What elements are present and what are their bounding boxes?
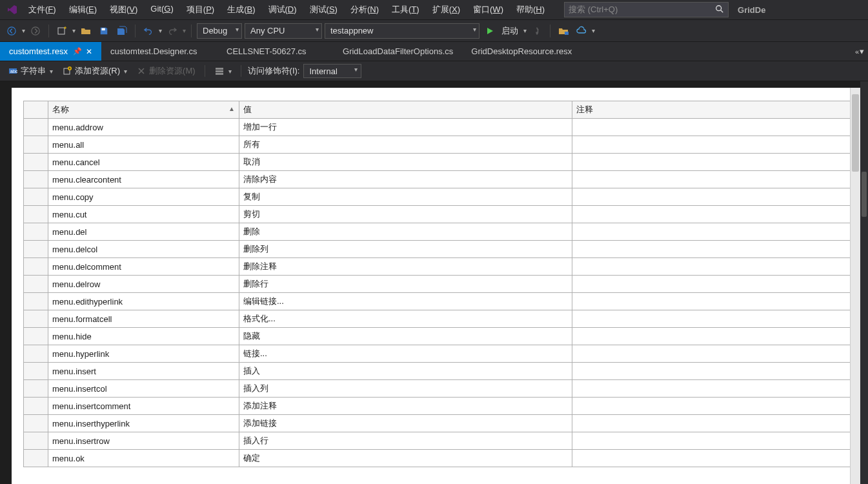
- hot-reload-icon[interactable]: [529, 23, 545, 39]
- nav-forward-button[interactable]: [28, 23, 43, 39]
- table-row[interactable]: menu.ok确定: [24, 450, 851, 467]
- cell-name[interactable]: menu.hide: [48, 328, 239, 345]
- cell-comment[interactable]: [572, 398, 851, 415]
- redo-caret[interactable]: ▾: [183, 27, 186, 34]
- cell-value[interactable]: 删除: [239, 223, 572, 241]
- tab-dropdown-icon[interactable]: ▾: [860, 46, 864, 56]
- nav-back-caret[interactable]: ▾: [22, 27, 25, 34]
- table-row[interactable]: menu.edithyperlink编辑链接...: [24, 293, 851, 310]
- table-row[interactable]: menu.cancel取消: [24, 154, 851, 171]
- document-tab[interactable]: customtest.Designer.cs: [101, 42, 217, 61]
- row-header[interactable]: [24, 432, 48, 450]
- cell-value[interactable]: 取消: [239, 154, 572, 171]
- cell-name[interactable]: menu.cancel: [48, 154, 239, 171]
- search-box[interactable]: 搜索 (Ctrl+Q): [564, 2, 729, 17]
- table-row[interactable]: menu.insertrow插入行: [24, 432, 851, 450]
- column-header-name[interactable]: 名称▲: [48, 101, 239, 119]
- cell-value[interactable]: 链接...: [239, 345, 572, 363]
- row-header[interactable]: [24, 415, 48, 432]
- menu-item[interactable]: 编辑(E): [63, 1, 103, 18]
- menu-item[interactable]: 扩展(X): [426, 1, 467, 18]
- cell-value[interactable]: 添加链接: [239, 415, 572, 432]
- new-caret[interactable]: ▾: [72, 27, 76, 34]
- table-row[interactable]: menu.inserthyperlink添加链接: [24, 415, 851, 432]
- menu-item[interactable]: 视图(V): [103, 1, 144, 18]
- platform-dropdown[interactable]: Any CPU: [245, 23, 322, 39]
- cell-value[interactable]: 清除内容: [239, 171, 572, 188]
- table-row[interactable]: menu.insertcol插入列: [24, 380, 851, 398]
- cell-comment[interactable]: [572, 188, 851, 206]
- cell-value[interactable]: 增加一行: [239, 119, 572, 136]
- undo-caret[interactable]: ▾: [159, 27, 162, 34]
- cell-comment[interactable]: [572, 258, 851, 276]
- cell-value[interactable]: 格式化...: [239, 310, 572, 328]
- access-modifier-dropdown[interactable]: Internal: [303, 64, 361, 78]
- minimap-scrollbar[interactable]: [860, 81, 868, 484]
- close-icon[interactable]: ✕: [86, 47, 92, 56]
- cell-name[interactable]: menu.del: [48, 223, 239, 241]
- table-row[interactable]: menu.formatcell格式化...: [24, 310, 851, 328]
- cell-name[interactable]: menu.insertcomment: [48, 398, 239, 415]
- row-header[interactable]: [24, 154, 48, 171]
- row-header[interactable]: [24, 328, 48, 345]
- column-header-comment[interactable]: 注释: [572, 101, 851, 119]
- cloud-caret[interactable]: ▾: [592, 27, 595, 34]
- cell-value[interactable]: 插入列: [239, 380, 572, 398]
- row-header[interactable]: [24, 188, 48, 206]
- row-header-corner[interactable]: [24, 101, 48, 119]
- row-header[interactable]: [24, 241, 48, 258]
- cell-value[interactable]: 删除行: [239, 276, 572, 293]
- row-header[interactable]: [24, 293, 48, 310]
- row-header[interactable]: [24, 363, 48, 380]
- start-label[interactable]: 启动: [501, 25, 518, 37]
- cell-comment[interactable]: [572, 363, 851, 380]
- table-row[interactable]: menu.addrow增加一行: [24, 119, 851, 136]
- menu-item[interactable]: 调试(D): [262, 1, 303, 18]
- cell-name[interactable]: menu.delcol: [48, 241, 239, 258]
- start-caret[interactable]: ▾: [523, 27, 527, 34]
- cell-comment[interactable]: [572, 276, 851, 293]
- save-button[interactable]: [96, 23, 112, 39]
- table-row[interactable]: menu.clearcontent清除内容: [24, 171, 851, 188]
- cell-comment[interactable]: [572, 310, 851, 328]
- cell-comment[interactable]: [572, 241, 851, 258]
- cell-value[interactable]: 复制: [239, 188, 572, 206]
- cell-comment[interactable]: [572, 171, 851, 188]
- cell-value[interactable]: 删除注释: [239, 258, 572, 276]
- table-row[interactable]: menu.insertcomment添加注释: [24, 398, 851, 415]
- document-tab[interactable]: GridDesktopResource.resx: [462, 42, 581, 61]
- cell-name[interactable]: menu.insertrow: [48, 432, 239, 450]
- row-header[interactable]: [24, 380, 48, 398]
- row-header[interactable]: [24, 345, 48, 363]
- table-row[interactable]: menu.delcomment删除注释: [24, 258, 851, 276]
- row-header[interactable]: [24, 258, 48, 276]
- cell-name[interactable]: menu.formatcell: [48, 310, 239, 328]
- cloud-icon[interactable]: [574, 23, 589, 39]
- cell-name[interactable]: menu.delrow: [48, 276, 239, 293]
- undo-button[interactable]: [141, 23, 156, 39]
- menu-item[interactable]: 测试(S): [303, 1, 344, 18]
- table-row[interactable]: menu.hyperlink链接...: [24, 345, 851, 363]
- row-header[interactable]: [24, 223, 48, 241]
- config-dropdown[interactable]: Debug: [197, 23, 242, 39]
- nav-back-button[interactable]: [4, 23, 19, 39]
- scrollbar-thumb[interactable]: [852, 94, 859, 172]
- menu-item[interactable]: 项目(P): [180, 1, 221, 18]
- cell-comment[interactable]: [572, 432, 851, 450]
- cell-value[interactable]: 隐藏: [239, 328, 572, 345]
- document-tab[interactable]: CELLSNET-50627.cs: [217, 42, 334, 61]
- document-tab[interactable]: GridLoadDataFilterOptions.cs: [334, 42, 462, 61]
- row-header[interactable]: [24, 310, 48, 328]
- vertical-scrollbar[interactable]: [850, 88, 860, 484]
- new-project-button[interactable]: [54, 23, 70, 39]
- cell-name[interactable]: menu.ok: [48, 450, 239, 467]
- cell-value[interactable]: 所有: [239, 136, 572, 154]
- cell-name[interactable]: menu.hyperlink: [48, 345, 239, 363]
- column-header-value[interactable]: 值: [239, 101, 572, 119]
- cell-name[interactable]: menu.delcomment: [48, 258, 239, 276]
- row-header[interactable]: [24, 398, 48, 415]
- cell-value[interactable]: 插入: [239, 363, 572, 380]
- table-row[interactable]: menu.del删除: [24, 223, 851, 241]
- cell-name[interactable]: menu.insert: [48, 363, 239, 380]
- cell-name[interactable]: menu.cut: [48, 206, 239, 223]
